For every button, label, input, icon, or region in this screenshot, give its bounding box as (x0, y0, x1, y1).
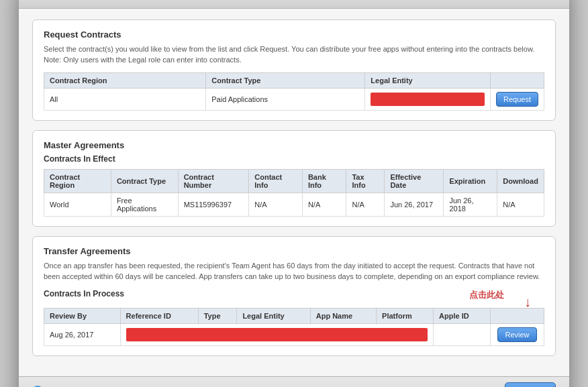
request-contracts-section: Request Contracts Select the contract(s)… (32, 19, 556, 121)
col-header-region: Contract Region (44, 72, 206, 88)
table-row: All Paid Applications Request (44, 88, 544, 110)
arrow-icon: ↓ (524, 294, 531, 310)
cie-cell-number: MS115996397 (178, 192, 249, 216)
cell-type: Paid Applications (206, 88, 365, 110)
cip-col-action (491, 308, 544, 323)
request-contracts-title: Request Contracts (44, 30, 544, 40)
cie-col-download: Download (497, 169, 544, 192)
master-agreements-title: Master Agreements (44, 140, 544, 150)
contracts-in-effect-table: Contract Region Contract Type Contract N… (44, 169, 544, 217)
annotation-text: 点击此处 (469, 290, 504, 300)
content-area: Request Contracts Select the contract(s)… (19, 9, 569, 376)
footer: ? Watch the help video View Pricing Matr… (19, 376, 569, 388)
cie-col-bank: Bank Info (302, 169, 346, 192)
cip-col-appname: App Name (310, 308, 376, 323)
cie-cell-download: N/A (497, 192, 544, 216)
cell-legal-entity (365, 88, 491, 110)
cip-redacted-bar (126, 328, 428, 341)
cip-col-reviewby: Review By (44, 308, 121, 323)
transfer-agreements-desc: Once an app transfer has been requested,… (44, 260, 544, 282)
contracts-in-effect-subtitle: Contracts In Effect (44, 154, 544, 164)
table-row: Aug 26, 2017 Review (44, 323, 544, 345)
transfer-agreements-section: Transfer Agreements Once an app transfer… (32, 236, 556, 356)
cie-col-expiration: Expiration (444, 169, 497, 192)
cie-col-number: Contract Number (178, 169, 249, 192)
legal-entity-redacted (371, 93, 485, 106)
cie-cell-bank: N/A (302, 192, 346, 216)
cie-cell-effective: Jun 26, 2017 (385, 192, 444, 216)
col-header-type: Contract Type (206, 72, 365, 88)
cip-col-appleid: Apple ID (434, 308, 491, 323)
main-window: 协议、税务和银行业务 Request Contracts Select the … (19, 0, 569, 387)
done-button[interactable]: Done (505, 382, 556, 388)
request-contracts-desc: Select the contract(s) you would like to… (44, 44, 544, 66)
cie-col-region: Contract Region (44, 169, 111, 192)
cip-col-entity: Legal Entity (237, 308, 310, 323)
annotation-area: 点击此处 ↓ (469, 289, 504, 301)
cie-col-effective: Effective Date (385, 169, 444, 192)
cip-col-platform: Platform (377, 308, 434, 323)
cip-cell-review-btn: Review (491, 323, 544, 345)
cip-cell-refid (120, 323, 433, 345)
cie-cell-type: Free Applications (111, 192, 178, 216)
cip-cell-appleid (434, 323, 491, 345)
title-bar: 协议、税务和银行业务 (19, 0, 569, 9)
contracts-in-process-subtitle: Contracts In Process (44, 289, 124, 298)
master-agreements-section: Master Agreements Contracts In Effect Co… (32, 130, 556, 227)
cie-col-contact: Contact Info (249, 169, 303, 192)
contracts-in-process-table: Review By Reference ID Type Legal Entity… (44, 308, 544, 346)
transfer-agreements-title: Transfer Agreements (44, 246, 544, 256)
request-contracts-table: Contract Region Contract Type Legal Enti… (44, 72, 544, 111)
cell-region: All (44, 88, 206, 110)
cip-header: Contracts In Process 点击此处 ↓ (44, 289, 544, 304)
col-header-entity: Legal Entity (365, 72, 491, 88)
table-row: World Free Applications MS115996397 N/A … (44, 192, 544, 216)
cell-request-btn: Request (491, 88, 544, 110)
request-button[interactable]: Request (496, 92, 538, 107)
review-button[interactable]: Review (497, 327, 536, 342)
cie-cell-tax: N/A (346, 192, 385, 216)
cie-col-tax: Tax Info (346, 169, 385, 192)
cie-col-type: Contract Type (111, 169, 178, 192)
cip-col-refid: Reference ID (120, 308, 198, 323)
cip-cell-reviewby: Aug 26, 2017 (44, 323, 121, 345)
col-header-action (491, 72, 544, 88)
cip-col-type: Type (198, 308, 237, 323)
cie-cell-expiration: Jun 26, 2018 (444, 192, 497, 216)
cie-cell-contact: N/A (249, 192, 303, 216)
cie-cell-region: World (44, 192, 111, 216)
